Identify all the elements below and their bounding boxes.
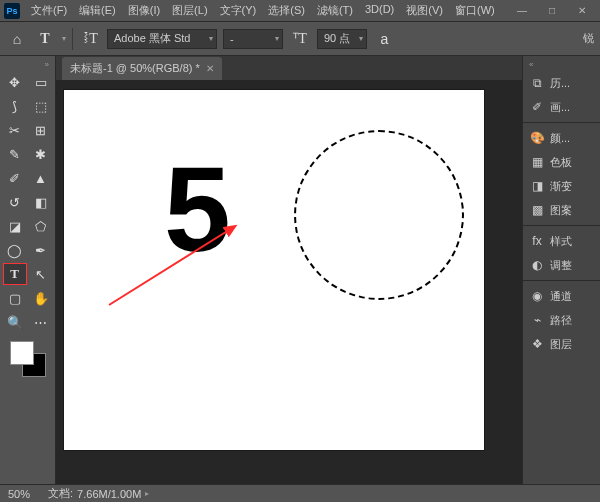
status-chevron-icon: ▸ <box>145 489 149 498</box>
toolbox: » ✥ ▭ ⟆ ⬚ ✂ ⊞ ✎ ✱ ✐ ▲ ↺ ◧ ◪ ⬠ ◯ ✒ T ↖ ▢ … <box>0 56 56 484</box>
color-icon: 🎨 <box>529 130 545 146</box>
panel-swatches[interactable]: ▦色板 <box>523 150 600 174</box>
crop-tool[interactable]: ✂ <box>3 119 27 141</box>
panel-separator <box>523 225 600 226</box>
panel-collapse-icon[interactable]: « <box>523 60 533 71</box>
menu-layer[interactable]: 图层(L) <box>167 1 212 20</box>
eraser-tool[interactable]: ◧ <box>29 191 53 213</box>
panel-channels-label: 通道 <box>550 289 572 304</box>
lasso-tool[interactable]: ⟆ <box>3 95 27 117</box>
foreground-color[interactable] <box>10 341 34 365</box>
panel-brush[interactable]: ✐画... <box>523 95 600 119</box>
font-family-value: Adobe 黑体 Std <box>114 31 190 46</box>
maximize-button[interactable]: □ <box>538 2 566 20</box>
workspace: » ✥ ▭ ⟆ ⬚ ✂ ⊞ ✎ ✱ ✐ ▲ ↺ ◧ ◪ ⬠ ◯ ✒ T ↖ ▢ … <box>0 56 600 484</box>
tool-preset-dropdown[interactable]: ▾ <box>62 34 66 43</box>
font-family-dropdown[interactable]: Adobe 黑体 Std <box>107 29 217 49</box>
blur-tool[interactable]: ⬠ <box>29 215 53 237</box>
adjustments-icon: ◐ <box>529 257 545 273</box>
menu-3d[interactable]: 3D(D) <box>360 1 399 20</box>
font-style-value: - <box>230 33 234 45</box>
status-zoom[interactable]: 50% <box>8 488 30 500</box>
menu-select[interactable]: 选择(S) <box>263 1 310 20</box>
eyedropper-tool[interactable]: ✎ <box>3 143 27 165</box>
panel-adjustments[interactable]: ◐调整 <box>523 253 600 277</box>
app-logo: Ps <box>4 3 20 19</box>
panel-layers-label: 图层 <box>550 337 572 352</box>
menu-view[interactable]: 视图(V) <box>401 1 448 20</box>
panel-channels[interactable]: ◉通道 <box>523 284 600 308</box>
close-tab-icon[interactable]: ✕ <box>206 63 214 74</box>
panel-history[interactable]: ⧉历... <box>523 71 600 95</box>
tool-preset-type-icon[interactable]: T <box>34 28 56 50</box>
panel-separator <box>523 122 600 123</box>
history-icon: ⧉ <box>529 75 545 91</box>
panel-history-label: 历... <box>550 76 570 91</box>
annotation-arrow <box>104 220 244 310</box>
antialias-icon: a <box>373 28 395 50</box>
pen-tool[interactable]: ✒ <box>29 239 53 261</box>
panel-color[interactable]: 🎨颜... <box>523 126 600 150</box>
panel-swatches-label: 色板 <box>550 155 572 170</box>
status-doc-label: 文档: <box>48 486 73 501</box>
quick-select-tool[interactable]: ⬚ <box>29 95 53 117</box>
panel-patterns-label: 图案 <box>550 203 572 218</box>
patterns-icon: ▩ <box>529 202 545 218</box>
gradient-icon: ◨ <box>529 178 545 194</box>
panel-patterns[interactable]: ▩图案 <box>523 198 600 222</box>
toolbox-collapse-icon[interactable]: » <box>45 60 53 71</box>
layers-icon: ❖ <box>529 336 545 352</box>
panel-paths-label: 路径 <box>550 313 572 328</box>
home-icon[interactable]: ⌂ <box>6 28 28 50</box>
stamp-tool[interactable]: ▲ <box>29 167 53 189</box>
dodge-tool[interactable]: ◯ <box>3 239 27 261</box>
edit-toolbar[interactable]: ⋯ <box>29 311 53 333</box>
status-doc-value: 7.66M/1.00M <box>77 488 141 500</box>
font-style-dropdown[interactable]: - <box>223 29 283 49</box>
panel-brush-label: 画... <box>550 100 570 115</box>
swatches-icon: ▦ <box>529 154 545 170</box>
menu-filter[interactable]: 滤镜(T) <box>312 1 358 20</box>
status-doc-size[interactable]: 文档: 7.66M/1.00M ▸ <box>48 486 149 501</box>
svg-line-0 <box>109 230 229 305</box>
text-orientation-icon[interactable]: ⸾T <box>79 28 101 50</box>
canvas-circle-path[interactable] <box>294 130 464 300</box>
move-tool[interactable]: ✥ <box>3 71 27 93</box>
font-size-dropdown[interactable]: 90 点 <box>317 29 367 49</box>
path-select-tool[interactable]: ↖ <box>29 263 53 285</box>
frame-tool[interactable]: ⊞ <box>29 119 53 141</box>
gradient-tool[interactable]: ◪ <box>3 215 27 237</box>
menu-type[interactable]: 文字(Y) <box>215 1 262 20</box>
document-tab[interactable]: 未标题-1 @ 50%(RGB/8) * ✕ <box>62 57 222 80</box>
color-swatch[interactable] <box>10 341 46 377</box>
panel-gradient[interactable]: ◨渐变 <box>523 174 600 198</box>
hand-tool[interactable]: ✋ <box>29 287 53 309</box>
panel-adjustments-label: 调整 <box>550 258 572 273</box>
right-panel-dock: « ⧉历... ✐画... 🎨颜... ▦色板 ◨渐变 ▩图案 fx样式 ◐调整… <box>522 56 600 484</box>
separator <box>72 28 73 50</box>
menu-window[interactable]: 窗口(W) <box>450 1 500 20</box>
healing-tool[interactable]: ✱ <box>29 143 53 165</box>
menu-image[interactable]: 图像(I) <box>123 1 165 20</box>
minimize-button[interactable]: — <box>508 2 536 20</box>
menu-file[interactable]: 文件(F) <box>26 1 72 20</box>
main-menu: 文件(F) 编辑(E) 图像(I) 图层(L) 文字(Y) 选择(S) 滤镜(T… <box>26 1 500 20</box>
channels-icon: ◉ <box>529 288 545 304</box>
canvas[interactable]: 5 <box>64 90 484 450</box>
canvas-viewport[interactable]: 5 <box>56 80 522 484</box>
type-tool[interactable]: T <box>3 263 27 285</box>
brush-tool[interactable]: ✐ <box>3 167 27 189</box>
close-button[interactable]: ✕ <box>568 2 596 20</box>
font-size-icon: ᵀT <box>289 28 311 50</box>
panel-separator <box>523 280 600 281</box>
styles-icon: fx <box>529 233 545 249</box>
panel-styles[interactable]: fx样式 <box>523 229 600 253</box>
zoom-tool[interactable]: 🔍 <box>3 311 27 333</box>
shape-tool[interactable]: ▢ <box>3 287 27 309</box>
panel-paths[interactable]: ⌁路径 <box>523 308 600 332</box>
brush-icon: ✐ <box>529 99 545 115</box>
history-brush-tool[interactable]: ↺ <box>3 191 27 213</box>
marquee-tool[interactable]: ▭ <box>29 71 53 93</box>
panel-layers[interactable]: ❖图层 <box>523 332 600 356</box>
menu-edit[interactable]: 编辑(E) <box>74 1 121 20</box>
